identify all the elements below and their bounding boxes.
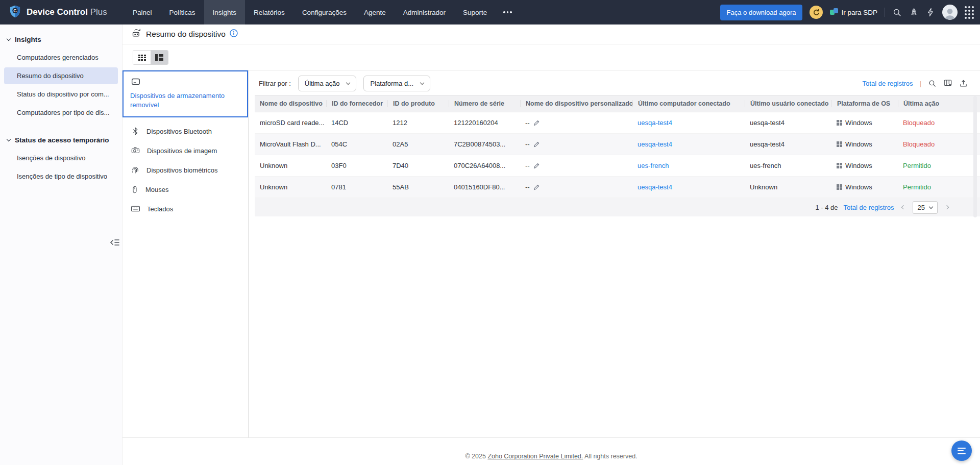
- category-image-devices[interactable]: Dispositivos de imagem: [122, 141, 248, 160]
- zoho-link[interactable]: Zoho Corporation Private Limited.: [487, 453, 583, 460]
- go-to-sdp-link[interactable]: Ir para SDP: [830, 8, 877, 16]
- nav-item-insights[interactable]: Insights: [204, 0, 246, 25]
- col-header-numero-serie[interactable]: Número de série: [449, 100, 520, 107]
- col-header-ultimo-usuario[interactable]: Último usuário conectado: [745, 100, 831, 107]
- nav-item-agente[interactable]: Agente: [355, 0, 395, 25]
- image-device-icon: [131, 146, 140, 155]
- sidebar-section-insights[interactable]: Insights: [0, 32, 122, 47]
- grid-view-icon: [138, 55, 146, 61]
- filter-ultima-acao-dropdown[interactable]: Última ação: [298, 76, 357, 91]
- export-icon[interactable]: [959, 79, 968, 88]
- more-menu-icon[interactable]: [496, 0, 520, 25]
- quick-actions-bolt-icon[interactable]: [926, 8, 935, 17]
- chevron-down-icon: [420, 80, 424, 84]
- table-body: microSD card reade... 14CD 1212 12122016…: [255, 112, 980, 198]
- sidebar-item-computadores-gerenciados[interactable]: Computadores gerenciados: [4, 49, 118, 66]
- table-row: Unknown 0781 55AB 04015160DF80... -- ues…: [255, 177, 980, 198]
- sidebar-item-status-dispositivo[interactable]: Status do dispositivo por com...: [4, 86, 118, 103]
- serial-cell: 7C2B00874503...: [449, 140, 520, 148]
- table-row: microSD card reade... 14CD 1212 12122016…: [255, 112, 980, 134]
- nav-item-suporte[interactable]: Suporte: [454, 0, 496, 25]
- windows-icon: [837, 120, 842, 126]
- table-header-row: Nome do dispositivo ID do fornecedor ID …: [255, 95, 980, 112]
- info-icon[interactable]: [230, 29, 238, 39]
- category-biometric-devices[interactable]: Dispositivos biométricos: [122, 160, 248, 180]
- table-search-icon[interactable]: [928, 79, 937, 88]
- mouse-icon: [131, 185, 139, 194]
- filter-plataforma-dropdown[interactable]: Plataforma d...: [363, 76, 430, 91]
- computer-link[interactable]: uesqa-test4: [632, 183, 745, 191]
- os-cell: Windows: [831, 183, 898, 191]
- product-id-cell: 1212: [387, 119, 449, 127]
- grid-view-button[interactable]: [133, 51, 151, 64]
- sidebar-item-computadores-por-tipo[interactable]: Computadores por tipo de dis...: [4, 104, 118, 121]
- device-name-cell: microSD card reade...: [255, 119, 326, 127]
- prev-page-icon[interactable]: [900, 204, 907, 211]
- next-page-icon[interactable]: [943, 204, 950, 211]
- divider: [885, 8, 885, 17]
- category-removable-storage[interactable]: Dispositivos de armazenamento removível: [122, 70, 248, 117]
- custom-name-cell: --: [520, 119, 632, 127]
- category-mouses[interactable]: Mouses: [122, 180, 248, 200]
- fingerprint-icon: [131, 165, 140, 175]
- vendor-id-cell: 03F0: [326, 162, 387, 169]
- list-view-button[interactable]: [151, 51, 168, 64]
- os-cell: Windows: [831, 119, 898, 127]
- sidebar-item-resumo-do-dispositivo[interactable]: Resumo do dispositivo: [4, 67, 118, 84]
- update-badge-icon[interactable]: [810, 6, 823, 19]
- col-header-id-fornecedor[interactable]: ID do fornecedor: [326, 100, 387, 107]
- nav-item-relatorios[interactable]: Relatórios: [245, 0, 293, 25]
- col-header-plataforma-os[interactable]: Plataforma de OS: [831, 100, 898, 107]
- pagination-total-link[interactable]: Total de registros: [844, 204, 894, 211]
- nav-item-painel[interactable]: Painel: [124, 0, 161, 25]
- col-header-nome[interactable]: Nome do dispositivo: [255, 100, 326, 107]
- vendor-id-cell: 054C: [326, 140, 387, 148]
- product-id-cell: 7D40: [387, 162, 449, 169]
- edit-pencil-icon[interactable]: [533, 184, 540, 190]
- view-toggle: [133, 50, 168, 65]
- page-size-select[interactable]: 25: [913, 201, 938, 214]
- divider: |: [920, 80, 921, 87]
- pagination-range: 1 - 4 de: [815, 204, 838, 211]
- sidebar-section-status-acesso[interactable]: Status de acesso temporário: [0, 132, 122, 148]
- whats-new-rocket-icon[interactable]: [909, 8, 919, 17]
- column-settings-icon[interactable]: [943, 79, 952, 88]
- search-icon[interactable]: [892, 8, 902, 17]
- device-name-cell: Unknown: [255, 162, 326, 169]
- total-records-link[interactable]: Total de registros: [863, 80, 913, 87]
- edit-pencil-icon[interactable]: [533, 119, 540, 126]
- download-button[interactable]: Faça o download agora: [720, 5, 803, 20]
- computer-link[interactable]: uesqa-test4: [632, 140, 745, 148]
- filter-bar: Filtrar por : Última ação Plataforma d..…: [255, 70, 980, 95]
- serial-cell: 04015160DF80...: [449, 183, 520, 191]
- col-header-id-produto[interactable]: ID do produto: [387, 100, 449, 107]
- apps-grid-icon[interactable]: [965, 6, 974, 19]
- footer: © 2025 Zoho Corporation Private Limited.…: [122, 453, 980, 460]
- edit-pencil-icon[interactable]: [533, 141, 540, 148]
- table-row: Unknown 03F0 7D40 070C26A64008... -- ues…: [255, 155, 980, 177]
- computer-link[interactable]: ues-french: [632, 162, 745, 169]
- user-cell: uesqa-test4: [745, 119, 831, 127]
- col-header-ultima-acao[interactable]: Última ação: [898, 100, 980, 107]
- category-bluetooth[interactable]: Dispositivos Bluetooth: [122, 121, 248, 141]
- product-id-cell: 02A5: [387, 140, 449, 148]
- windows-icon: [837, 184, 842, 190]
- edit-pencil-icon[interactable]: [533, 162, 540, 169]
- col-header-nome-personalizado[interactable]: Nome do dispositivo personalizado: [520, 100, 632, 107]
- pagination-bar: 1 - 4 de Total de registros 25: [255, 198, 980, 216]
- col-header-ultimo-computador[interactable]: Último computador conectado: [632, 100, 745, 107]
- user-avatar[interactable]: [942, 5, 958, 20]
- floating-menu-button[interactable]: [951, 440, 972, 461]
- sidebar-item-isencoes-dispositivo[interactable]: Isenções de dispositivo: [4, 150, 118, 166]
- category-teclados[interactable]: Teclados: [122, 200, 248, 218]
- sidebar-item-isencoes-tipo[interactable]: Isenções de tipo de dispositivo: [4, 168, 118, 185]
- nav-item-configuracoes[interactable]: Configurações: [293, 0, 355, 25]
- action-cell: Bloqueado: [898, 119, 980, 127]
- device-name-cell: MicroVault Flash D...: [255, 140, 326, 148]
- nav-item-administrador[interactable]: Administrador: [395, 0, 454, 25]
- sidebar-collapse-icon[interactable]: [110, 238, 120, 249]
- computer-link[interactable]: uesqa-test4: [632, 119, 745, 127]
- nav-item-politicas[interactable]: Políticas: [161, 0, 204, 25]
- action-cell: Permitido: [898, 162, 980, 169]
- table-scrollbar[interactable]: [973, 96, 977, 217]
